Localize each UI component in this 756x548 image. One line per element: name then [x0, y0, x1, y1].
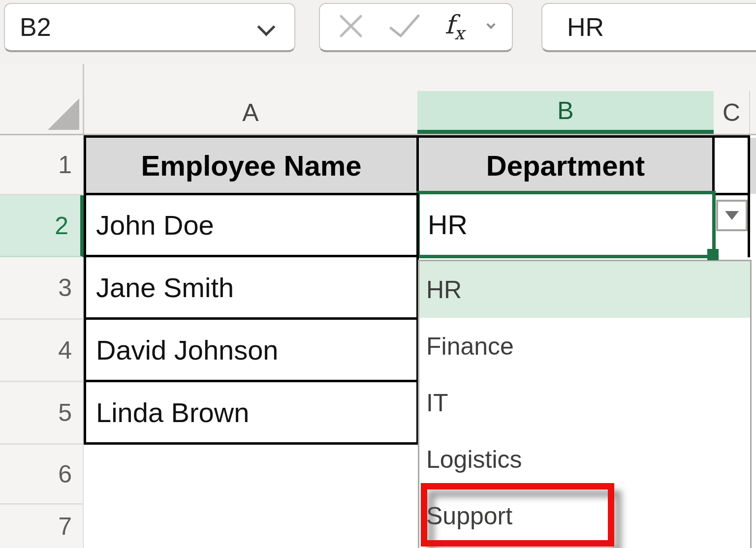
row-header-3[interactable]: 3 — [0, 257, 84, 320]
cell-c1[interactable] — [712, 135, 750, 195]
cell-b1[interactable]: Department — [416, 135, 715, 195]
row-header-4-label: 4 — [58, 336, 72, 365]
row-header-5-label: 5 — [58, 398, 72, 427]
formula-bar-value: HR — [567, 12, 604, 42]
cell-a3[interactable]: Jane Smith — [84, 255, 419, 320]
column-d-divider — [749, 91, 750, 134]
name-box-value: B2 — [20, 12, 51, 42]
column-header-b-label: B — [557, 96, 573, 125]
row-header-2[interactable]: 2 — [0, 195, 84, 257]
cell-b2-value: HR — [428, 209, 468, 241]
cell-a1[interactable]: Employee Name — [84, 135, 419, 195]
spreadsheet-app: B2 fx HR — [0, 0, 756, 548]
column-header-band: A B C — [0, 64, 756, 135]
fx-menu-chevron-icon[interactable] — [486, 20, 495, 29]
cell-d1-sliver — [750, 138, 756, 194]
dropdown-item-hr-label: HR — [426, 275, 462, 304]
row-header-4[interactable]: 4 — [0, 320, 84, 382]
insert-function-button[interactable]: fx — [445, 12, 465, 42]
dropdown-item-finance-label: Finance — [426, 332, 514, 361]
cell-a2[interactable]: John Doe — [84, 193, 419, 257]
cell-c2-right-border — [748, 193, 750, 257]
cell-a4-value: David Johnson — [96, 334, 278, 366]
fill-handle[interactable] — [707, 249, 719, 260]
cell-a3-value: Jane Smith — [96, 272, 234, 304]
row-header-5[interactable]: 5 — [0, 382, 84, 445]
select-all-triangle[interactable] — [48, 98, 79, 130]
dropdown-item-logistics[interactable]: Logistics — [419, 431, 750, 487]
row-header-2-label: 2 — [55, 212, 68, 240]
cell-a4[interactable]: David Johnson — [84, 317, 419, 382]
row-header-7-label: 7 — [58, 512, 72, 541]
row-header-1-label: 1 — [58, 151, 72, 179]
cell-b2-active[interactable]: HR — [416, 191, 716, 258]
cancel-icon — [338, 13, 364, 39]
dropdown-item-logistics-label: Logistics — [426, 445, 522, 474]
dropdown-arrow-icon — [725, 211, 739, 220]
column-header-c[interactable]: C — [714, 91, 749, 134]
dropdown-item-finance[interactable]: Finance — [419, 318, 750, 374]
cell-a5-value: Linda Brown — [96, 396, 249, 428]
name-box-chevron-icon[interactable] — [257, 18, 276, 36]
dropdown-item-it-label: IT — [426, 389, 448, 417]
name-box[interactable]: B2 — [4, 3, 295, 52]
formula-toolbar: B2 fx HR — [0, 0, 756, 64]
cell-b1-value: Department — [486, 149, 645, 182]
dropdown-item-hr[interactable]: HR — [419, 261, 750, 318]
fx-icon: f — [445, 12, 454, 37]
annotation-rectangle — [421, 483, 614, 547]
column-header-a-label: A — [242, 98, 258, 127]
column-header-a[interactable]: A — [84, 91, 417, 134]
column-header-b[interactable]: B — [417, 91, 714, 134]
row-header-6[interactable]: 6 — [0, 445, 84, 505]
cancel-button[interactable] — [338, 13, 364, 41]
cell-a5[interactable]: Linda Brown — [84, 380, 419, 445]
row-header-7[interactable]: 7 — [0, 505, 84, 548]
cell-a1-value: Employee Name — [141, 149, 361, 182]
row-header-1[interactable]: 1 — [0, 135, 84, 195]
formula-bar-input[interactable]: HR — [541, 3, 756, 52]
data-validation-dropdown-button[interactable] — [716, 200, 748, 231]
row-header-6-label: 6 — [58, 460, 72, 488]
column-header-c-label: C — [723, 98, 740, 127]
row-header-3-label: 3 — [58, 274, 72, 302]
check-icon — [388, 13, 421, 39]
cell-a2-value: John Doe — [96, 209, 214, 241]
enter-button[interactable] — [388, 13, 421, 41]
dropdown-item-it[interactable]: IT — [419, 374, 750, 431]
formula-buttons-group: fx — [319, 3, 513, 52]
